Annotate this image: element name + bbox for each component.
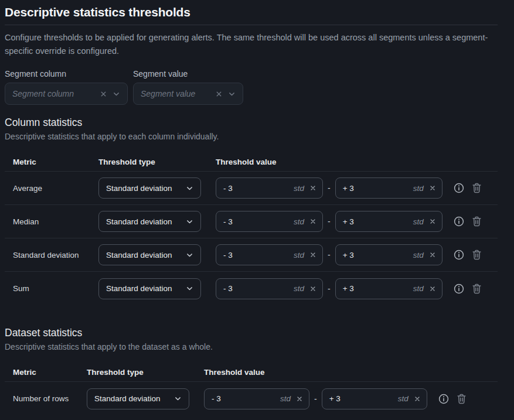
unit-label: std	[294, 284, 304, 293]
metric-label: Average	[13, 184, 98, 193]
metric-label: Median	[13, 217, 98, 226]
range-separator: -	[328, 250, 331, 259]
range-separator: -	[314, 394, 317, 404]
threshold-type-dropdown[interactable]: Standard deviation	[98, 177, 201, 199]
clear-icon[interactable]	[414, 395, 421, 402]
delete-row-button[interactable]	[471, 282, 483, 295]
header-metric: Metric	[13, 158, 98, 166]
segment-column-select[interactable]: Segment column	[5, 83, 128, 105]
header-metric: Metric	[13, 368, 87, 377]
info-icon[interactable]	[452, 214, 466, 228]
threshold-type-dropdown[interactable]: Standard deviation	[98, 244, 201, 265]
header-threshold-value: Threshold value	[216, 158, 498, 166]
upper-threshold-input[interactable]: + 3 std	[335, 211, 442, 232]
delete-row-button[interactable]	[455, 392, 468, 405]
header-threshold-type: Threshold type	[98, 158, 216, 166]
table-header-row: Metric Threshold type Threshold value	[5, 152, 498, 172]
title-divider	[5, 25, 498, 25]
clear-icon[interactable]	[309, 285, 316, 292]
segment-column-label: Segment column	[5, 69, 128, 78]
info-icon[interactable]	[452, 181, 466, 195]
clear-icon[interactable]	[309, 251, 316, 258]
lower-threshold-value: - 3	[212, 394, 221, 403]
threshold-type-dropdown[interactable]: Standard deviation	[98, 211, 201, 232]
metric-label: Sum	[13, 284, 98, 293]
threshold-type-value: Standard deviation	[94, 394, 174, 403]
chevron-down-icon	[174, 395, 182, 402]
lower-threshold-input[interactable]: - 3 std	[204, 388, 309, 409]
header-threshold-type: Threshold type	[87, 368, 204, 377]
delete-row-button[interactable]	[471, 215, 483, 228]
segment-filters: Segment column Segment column Segment va…	[5, 69, 498, 105]
dataset-statistics-section: Dataset statistics Descriptive statistic…	[5, 327, 498, 415]
unit-label: std	[413, 184, 424, 193]
upper-threshold-value: + 3	[329, 394, 341, 403]
info-icon[interactable]	[452, 248, 466, 262]
threshold-type-dropdown[interactable]: Standard deviation	[98, 278, 201, 299]
delete-row-button[interactable]	[471, 182, 483, 194]
lower-threshold-value: - 3	[223, 284, 233, 293]
upper-threshold-value: + 3	[343, 251, 354, 259]
upper-threshold-input[interactable]: + 3 std	[335, 244, 442, 265]
unit-label: std	[413, 251, 424, 259]
segment-value-filter: Segment value Segment value	[133, 69, 243, 105]
section-subheading: Descriptive statistics that apply to the…	[5, 342, 498, 351]
clear-icon[interactable]	[215, 90, 223, 98]
upper-threshold-value: + 3	[343, 184, 354, 193]
upper-threshold-value: + 3	[343, 217, 354, 226]
threshold-type-value: Standard deviation	[106, 184, 186, 193]
lower-threshold-input[interactable]: - 3 std	[216, 278, 323, 299]
clear-icon[interactable]	[296, 395, 303, 402]
column-statistics-table: Metric Threshold type Threshold value Av…	[5, 152, 498, 305]
metric-label: Number of rows	[13, 394, 87, 403]
clear-icon[interactable]	[429, 218, 436, 225]
upper-threshold-input[interactable]: + 3 std	[335, 177, 442, 199]
clear-icon[interactable]	[309, 185, 316, 192]
unit-label: std	[294, 184, 304, 193]
section-subheading: Descriptive statistics that apply to eac…	[5, 132, 498, 141]
clear-icon[interactable]	[309, 218, 316, 225]
lower-threshold-input[interactable]: - 3 std	[216, 244, 323, 265]
threshold-type-value: Standard deviation	[106, 284, 186, 293]
upper-threshold-input[interactable]: + 3 std	[322, 388, 427, 409]
chevron-down-icon	[186, 218, 193, 226]
unit-label: std	[294, 217, 304, 226]
segment-column-placeholder: Segment column	[12, 89, 100, 98]
unit-label: std	[413, 284, 424, 293]
chevron-down-icon	[186, 285, 193, 292]
segment-column-filter: Segment column Segment column	[5, 69, 128, 105]
delete-row-button[interactable]	[471, 248, 483, 261]
lower-threshold-value: - 3	[223, 184, 233, 193]
column-statistics-section: Column statistics Descriptive statistics…	[5, 117, 498, 305]
clear-icon[interactable]	[429, 185, 436, 192]
dataset-statistics-table: Metric Threshold type Threshold value Nu…	[5, 363, 498, 415]
clear-icon[interactable]	[100, 90, 107, 98]
page-title: Descriptive statistics thresholds	[5, 0, 498, 19]
threshold-type-dropdown[interactable]: Standard deviation	[87, 388, 189, 409]
table-row-average: Average Standard deviation - 3 std -	[5, 172, 498, 205]
page-description: Configure thresholds to be applied for g…	[5, 31, 498, 58]
clear-icon[interactable]	[429, 251, 436, 258]
section-heading: Dataset statistics	[5, 327, 498, 339]
info-icon[interactable]	[437, 392, 451, 406]
upper-threshold-input[interactable]: + 3 std	[335, 278, 442, 299]
table-row-number-of-rows: Number of rows Standard deviation - 3 st…	[5, 382, 498, 415]
lower-threshold-value: - 3	[223, 251, 233, 259]
unit-label: std	[294, 251, 304, 259]
unit-label: std	[398, 394, 409, 403]
range-separator: -	[328, 284, 331, 293]
upper-threshold-value: + 3	[343, 284, 354, 293]
table-row-sum: Sum Standard deviation - 3 std - +	[5, 272, 498, 305]
unit-label: std	[280, 394, 291, 403]
lower-threshold-input[interactable]: - 3 std	[216, 177, 323, 199]
chevron-down-icon[interactable]	[228, 90, 236, 98]
metric-label: Standard deviation	[13, 251, 98, 259]
info-icon[interactable]	[452, 282, 466, 296]
threshold-type-value: Standard deviation	[106, 251, 186, 259]
chevron-down-icon	[186, 185, 193, 192]
chevron-down-icon[interactable]	[113, 90, 120, 98]
segment-value-placeholder: Segment value	[141, 89, 215, 98]
segment-value-select[interactable]: Segment value	[133, 83, 243, 105]
lower-threshold-input[interactable]: - 3 std	[216, 211, 323, 232]
clear-icon[interactable]	[429, 285, 436, 292]
